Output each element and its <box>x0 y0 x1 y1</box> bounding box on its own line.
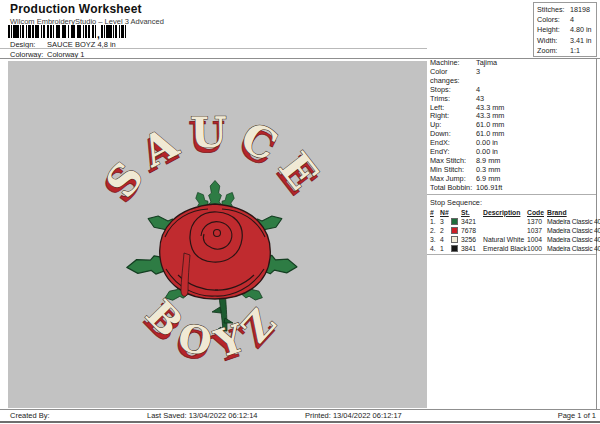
seq-code: 1000 <box>527 244 547 253</box>
stop-sequence-row: 3. 4 3256 Natural White 1004 Madeira Cla… <box>427 235 596 244</box>
seq-num: 1. <box>430 217 440 226</box>
table-bottom-divider <box>427 254 596 255</box>
page-number: Page 1 of 1 <box>558 411 596 420</box>
stat-row-height: Height: 4.80 in <box>537 25 596 35</box>
detail-row-total-bobbin: Total Bobbin:106.91ft <box>427 184 596 193</box>
machine-details-panel: Machine:Tajima Color changes:3 Stops:4 T… <box>427 59 597 409</box>
seq-needle: 3 <box>440 217 451 226</box>
detail-row-right: Right:43.3 mm <box>427 112 596 121</box>
barcode-image: , <box>8 25 126 38</box>
created-by-label: Created By: <box>10 411 50 420</box>
svg-text:BOYZ: BOYZ <box>137 291 292 368</box>
seq-description: Natural White <box>483 235 527 244</box>
seq-brand: Madeira Classic 40 <box>547 235 600 244</box>
seq-needle: 2 <box>440 226 451 235</box>
stat-value: 3.41 in <box>570 36 592 46</box>
stat-label: Width: <box>537 36 570 46</box>
seq-stitches: 3256 <box>461 235 483 244</box>
rose-flower <box>160 204 271 299</box>
footer-divider <box>0 409 600 410</box>
col-code: Code <box>527 208 547 217</box>
thread-color-swatch <box>451 236 458 243</box>
barcode-separator: , <box>97 32 100 38</box>
detail-row-trims: Trims:43 <box>427 95 596 104</box>
stat-value: 1:1 <box>570 46 580 56</box>
thread-color-swatch <box>451 245 458 252</box>
seq-stitches: 7678 <box>461 226 483 235</box>
seq-code: 1037 <box>527 226 547 235</box>
stat-value: 4 <box>570 15 574 25</box>
thread-color-swatch <box>451 218 458 225</box>
stop-sequence-divider <box>427 194 596 195</box>
stat-row-stitches: Stitches: 18198 <box>537 5 596 15</box>
seq-num: 4. <box>430 244 440 253</box>
col-brand: Brand <box>547 208 596 217</box>
detail-row-up: Up:61.0 mm <box>427 121 596 130</box>
col-num: # <box>430 208 440 217</box>
barcode-segment <box>8 25 96 38</box>
page-title: Production Worksheet <box>10 2 142 16</box>
stop-sequence-row: 1. 3 3421 1370 Madeira Classic 40 <box>427 217 596 226</box>
detail-row-machine: Machine:Tajima <box>427 59 596 68</box>
col-description: Description <box>483 208 527 217</box>
stat-label: Stitches: <box>537 5 570 15</box>
seq-code: 1370 <box>527 217 547 226</box>
stat-label: Height: <box>537 25 570 35</box>
stop-sequence-row: 4. 1 3841 Emerald Black 1000 Madeira Cla… <box>427 244 596 253</box>
seq-brand: Madeira Classic 40 <box>547 217 600 226</box>
thread-color-swatch <box>451 227 458 234</box>
col-stitches: St. <box>461 208 483 217</box>
page-bottom-rule <box>0 421 600 423</box>
seq-stitches: 3841 <box>461 244 483 253</box>
stat-row-zoom: Zoom: 1:1 <box>537 46 596 56</box>
stat-label: Colors: <box>537 15 570 25</box>
detail-row-color-changes: Color changes:3 <box>427 68 596 86</box>
stat-value: 4.80 in <box>570 25 592 35</box>
seq-num: 2. <box>430 226 440 235</box>
design-preview: SAUCE SAUCE BOYZ BOYZ <box>8 61 427 408</box>
detail-label: Color changes: <box>430 68 476 86</box>
seq-needle: 4 <box>440 235 451 244</box>
stop-sequence-row: 2. 2 7678 1037 Madeira Classic 40 <box>427 226 596 235</box>
header-divider <box>0 48 427 49</box>
stop-sequence-header: # N# St. Description Code Brand <box>427 208 596 217</box>
detail-row-down: Down:61.0 mm <box>427 130 596 139</box>
seq-num: 3. <box>430 235 440 244</box>
printed-text: Printed: 13/04/2022 06:12:17 <box>305 411 402 420</box>
detail-row-stops: Stops:4 <box>427 86 596 95</box>
detail-value: 3 <box>476 68 480 86</box>
stop-sequence-title: Stop Sequence: <box>427 196 596 208</box>
embroidery-artwork: SAUCE SAUCE BOYZ BOYZ <box>8 61 427 408</box>
stat-value: 18198 <box>570 5 590 15</box>
seq-brand: Madeira Classic 40 <box>547 244 600 253</box>
stat-label: Zoom: <box>537 46 570 56</box>
seq-code: 1004 <box>527 235 547 244</box>
stat-row-width: Width: 3.41 in <box>537 36 596 46</box>
seq-needle: 1 <box>440 244 451 253</box>
detail-row-left: Left:43.3 mm <box>427 104 596 113</box>
detail-row-endx: EndX:0.00 in <box>427 139 596 148</box>
seq-brand: Madeira Classic 40 <box>547 226 600 235</box>
last-saved-text: Last Saved: 13/04/2022 06:12:14 <box>147 411 258 420</box>
stat-row-colors: Colors: 4 <box>537 15 596 25</box>
design-stats-box: Stitches: 18198 Colors: 4 Height: 4.80 i… <box>533 2 597 57</box>
seq-stitches: 3421 <box>461 217 483 226</box>
detail-label: Total Bobbin: <box>430 184 476 193</box>
arched-bottom-text: BOYZ BOYZ <box>135 291 292 373</box>
detail-value: 106.91ft <box>476 184 502 193</box>
seq-description: Emerald Black <box>483 244 527 253</box>
col-needle: N# <box>440 208 451 217</box>
barcode-segment <box>101 25 126 38</box>
